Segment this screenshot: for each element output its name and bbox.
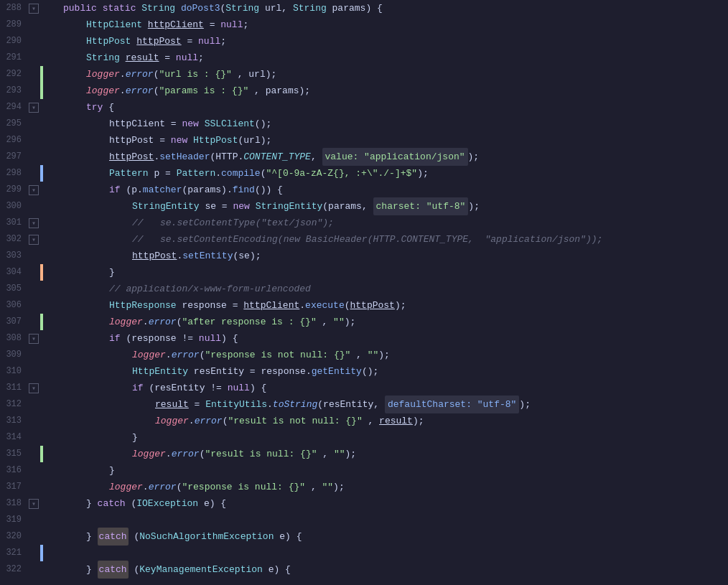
gutter-bar-296 [40,132,43,149]
token-httppost-var2: httpPost [109,132,154,149]
gutter-row-298: 298 [0,165,55,182]
token-httppost-type: HttpPost [86,33,131,50]
token-eq2: = [182,33,198,50]
token-paren24: ); [345,314,356,330]
gutter-icon-311[interactable]: ▾ [27,380,40,396]
gutter-icon-299[interactable]: ▾ [27,182,40,198]
fold-318[interactable]: ▾ [29,499,39,509]
token-eq8: = [227,297,243,314]
token-paren-close: ) { [365,0,382,17]
gutter-icon-292 [27,66,40,83]
token-dot3: . [154,149,159,165]
gutter-bar-290 [40,33,43,50]
gutter-icon-294[interactable]: ▾ [27,99,40,116]
line-num-292: 292 [0,66,27,83]
token-space [199,116,205,132]
token-if3: if [132,380,144,396]
token-space [175,0,181,17]
fold-301[interactable]: ▾ [29,218,39,228]
fold-299[interactable]: ▾ [29,185,39,195]
code-line-289: HttpClient httpClient = null ; [63,17,728,33]
token-paren25: ( [121,330,132,347]
line-num-320: 320 [0,528,27,545]
token-paren2: ( [154,66,159,83]
token-new1: new [182,116,198,132]
token-paren43: ) { [285,528,302,545]
token-setheader: setHeader [159,149,210,165]
gutter-icon-317 [27,479,40,495]
token-paren23: ( [177,314,182,330]
gutter-icon-316 [27,462,40,479]
token-comment3: // application/x-www-form-urlencoded [109,281,311,297]
gutter-icon-289 [27,17,40,33]
token-eq10: = [189,396,205,413]
code-line-314: } [63,429,728,446]
gutter-row-317: 317 [0,479,55,495]
gutter-icon-296 [27,132,40,149]
token-str-empty2: "" [368,347,379,363]
token-se-var: se [205,198,216,215]
fold-294[interactable]: ▾ [29,103,39,113]
gutter-icon-308[interactable]: ▾ [27,330,40,347]
token-paren21: ( [345,297,350,314]
token-comment2: // se.setContentEncoding(new BasicHeader… [132,231,602,248]
token-comma5: , [362,198,373,215]
token-find: find [233,182,255,198]
line-num-319: 319 [0,512,27,528]
token-logger2: logger [86,83,120,99]
token-space [263,561,269,578]
token-paren34: ( [223,413,228,429]
token-matcher: matcher [143,182,182,198]
source-code: public static String doPost3 ( String ur… [57,0,728,585]
fold-311[interactable]: ▾ [29,383,39,393]
line-num-307: 307 [0,314,27,330]
token-response-var: response [182,297,226,314]
gutter-bar-297 [40,149,43,165]
token-string-type4: String [86,50,120,66]
gutter-icon-305 [27,281,40,297]
fold-308[interactable]: ▾ [29,334,39,344]
line-num-290: 290 [0,33,27,50]
gutter-icon-318[interactable]: ▾ [27,495,40,512]
line-gutter: 288 ▾ 289 290 291 [0,0,57,585]
token-space [177,297,182,314]
gutter-row-302: 302 ▾ [0,231,55,248]
token-keymgmt: KeyManagementException [139,561,263,578]
token-comma2: , [232,66,248,83]
gutter-icon-297 [27,149,40,165]
token-catch3: catch [98,561,129,579]
token-if1: if [109,182,121,198]
gutter-row-316: 316 [0,462,55,479]
gutter-icon-302[interactable]: ▾ [27,231,40,248]
token-pattern-type2: Pattern [177,165,216,182]
token-paren6: (); [255,116,271,132]
token-paren22: ); [395,297,406,314]
token-httpclient-var2: httpClient [109,116,165,132]
gutter-bar-305 [40,281,43,297]
token-httppost-se: httpPost [132,248,177,264]
gutter-bar-306 [40,297,43,314]
gutter-icon-301[interactable]: ▾ [27,215,40,231]
token-space [136,0,141,17]
token-result-arg: result [379,413,413,429]
fold-302[interactable]: ▾ [29,235,39,245]
token-close-brace2: } [132,429,138,446]
gutter-icon-288[interactable]: ▾ [27,0,40,17]
token-httppost-type2: HttpPost [193,132,238,149]
fold-288[interactable]: ▾ [29,4,39,14]
token-string-type2: String [225,0,259,17]
gutter-row-311: 311 ▾ [0,380,55,396]
gutter-bar-292 [40,66,43,83]
token-str-url: "url is : {}" [159,66,231,83]
token-charset-val: charset: "utf-8" [373,197,469,215]
token-error5: error [195,413,223,429]
gutter-row-320: 320 [0,528,55,545]
token-nosuchalg: NoSuchAlgorithmException [139,528,274,545]
gutter-icon-300 [27,198,40,215]
line-num-321: 321 [0,545,27,561]
token-paren40: ( [126,495,137,512]
token-paren16: ()) { [255,182,283,198]
gutter-row-304: 304 [0,264,55,281]
gutter-row-307: 307 [0,314,55,330]
code-line-320: } catch ( NoSuchAlgorithmException e ) { [63,528,728,545]
